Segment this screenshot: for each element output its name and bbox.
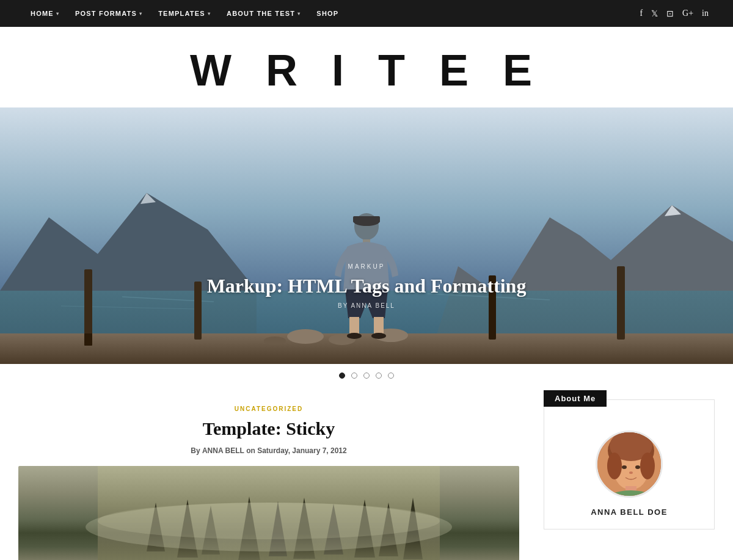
instagram-icon[interactable]: ⊡ <box>666 9 674 19</box>
facebook-icon[interactable]: f <box>640 9 643 18</box>
slider-dot-5[interactable] <box>388 373 394 379</box>
about-me-widget: About Me <box>544 399 715 529</box>
social-links: f 𝕏 ⊡ G+ in <box>640 9 709 19</box>
chevron-down-icon: ▾ <box>56 11 59 16</box>
svg-point-50 <box>635 465 640 469</box>
article-title[interactable]: Template: Sticky <box>18 418 519 439</box>
svg-point-47 <box>607 453 622 479</box>
svg-rect-16 <box>84 269 92 340</box>
svg-point-27 <box>347 333 362 339</box>
nav-shop[interactable]: SHOP <box>310 0 345 27</box>
twitter-icon[interactable]: 𝕏 <box>651 9 658 19</box>
article-image: ncollege.com <box>18 466 519 560</box>
hero-category: MARKUP <box>207 263 527 270</box>
googleplus-icon[interactable]: G+ <box>682 9 693 18</box>
avatar <box>596 431 663 498</box>
svg-rect-26 <box>374 317 384 335</box>
svg-point-15 <box>264 336 286 345</box>
navigation: HOME ▾ POST FORMATS ▾ TEMPLATES ▾ ABOUT … <box>0 0 733 27</box>
avatar-name: ANNA BELL DOE <box>591 507 668 517</box>
svg-point-48 <box>640 453 655 479</box>
nav-about[interactable]: ABOUT THE TEST ▾ <box>221 0 307 27</box>
svg-rect-20 <box>617 266 625 340</box>
svg-point-12 <box>287 329 324 344</box>
chevron-down-icon: ▾ <box>297 11 301 16</box>
slider-dots <box>0 364 733 387</box>
hero-byline: By ANNA BELL <box>207 302 527 309</box>
article-area: UNCATEGORIZED Template: Sticky By ANNA B… <box>18 399 544 560</box>
hero-background <box>0 107 733 364</box>
site-logo[interactable]: W R I T E E <box>0 45 733 95</box>
nav-templates[interactable]: TEMPLATES ▾ <box>152 0 217 27</box>
main-content: UNCATEGORIZED Template: Sticky By ANNA B… <box>0 387 733 560</box>
hero-overlay: MARKUP Markup: HTML Tags and Formatting … <box>207 263 527 309</box>
svg-point-49 <box>622 465 627 469</box>
avatar-image <box>597 432 663 498</box>
svg-rect-17 <box>84 333 92 346</box>
nav-post-formats[interactable]: POST FORMATS ▾ <box>69 0 148 27</box>
article-meta: By ANNA BELL on Saturday, January 7, 201… <box>18 446 519 455</box>
slider-dot-1[interactable] <box>339 373 345 379</box>
slider-dot-2[interactable] <box>351 373 357 379</box>
svg-point-42 <box>98 503 440 539</box>
widget-title: About Me <box>544 390 607 407</box>
slider-dot-3[interactable] <box>363 373 370 379</box>
svg-point-28 <box>371 333 386 339</box>
nav-links: HOME ▾ POST FORMATS ▾ TEMPLATES ▾ ABOUT … <box>24 0 345 27</box>
svg-point-53 <box>604 490 658 498</box>
chevron-down-icon: ▾ <box>208 11 211 16</box>
svg-point-51 <box>629 471 633 474</box>
widget-content: ANNA BELL DOE <box>544 412 714 529</box>
article-image-svg <box>18 466 519 560</box>
slider-dot-4[interactable] <box>376 373 382 379</box>
linkedin-icon[interactable]: in <box>702 9 709 18</box>
svg-rect-25 <box>349 317 359 335</box>
svg-rect-23 <box>353 216 380 222</box>
svg-rect-18 <box>194 282 202 340</box>
nav-home[interactable]: HOME ▾ <box>24 0 65 27</box>
sidebar: About Me <box>544 399 715 560</box>
hero-title[interactable]: Markup: HTML Tags and Formatting <box>207 275 527 297</box>
article-category[interactable]: UNCATEGORIZED <box>18 405 519 412</box>
article-author[interactable]: ANNA BELL <box>202 446 244 455</box>
chevron-down-icon: ▾ <box>139 11 142 16</box>
hero-slider: MARKUP Markup: HTML Tags and Formatting … <box>0 107 733 364</box>
logo-area: W R I T E E <box>0 27 733 107</box>
